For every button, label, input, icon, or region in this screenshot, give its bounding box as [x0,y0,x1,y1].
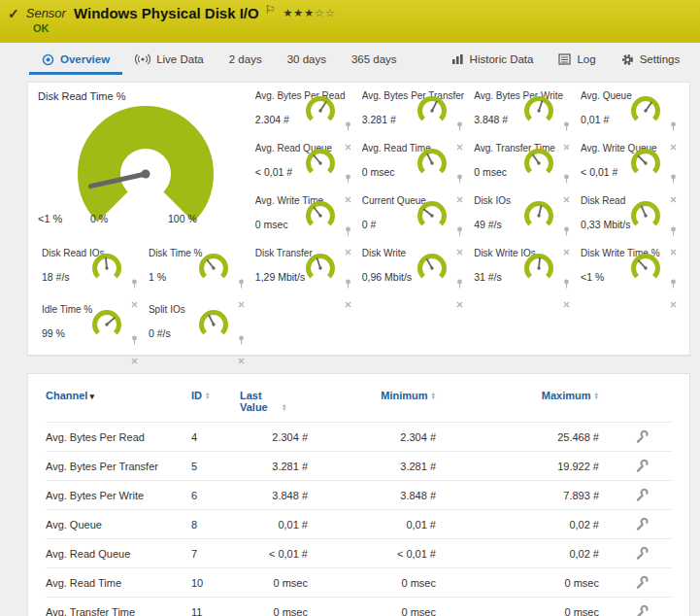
channel-gauge-cell[interactable]: Avg. Transfer Time 0 msec [468,141,575,193]
channel-settings-icon[interactable] [635,429,649,445]
favorite-stars[interactable]: ★★★☆☆ [283,7,335,19]
gauge-pin-icon[interactable] [345,118,351,135]
column-header-id[interactable]: ID▲▼ [191,386,240,423]
gauge-pin-icon[interactable] [670,170,677,188]
gauge-pin-icon[interactable] [345,275,351,292]
channel-settings-icon[interactable] [635,575,649,591]
tab-log[interactable]: Log [546,47,608,75]
gauge-action-icons[interactable] [131,331,138,368]
stars-empty[interactable]: ☆☆ [315,7,336,18]
channel-gauge-value: 31 #/s [474,271,502,283]
channel-last-value-cell: 2.304 # [240,423,308,452]
gauge-pin-icon[interactable] [345,170,351,188]
channel-gauge-dial [416,252,449,285]
gauge-pin-icon[interactable] [238,275,245,292]
gauge-pin-icon[interactable] [670,222,677,240]
tab-30-days[interactable]: 30 days [275,47,339,75]
stars-filled[interactable]: ★★★ [283,7,315,18]
gauge-remove-icon[interactable] [563,294,570,312]
channel-gauge-cell[interactable]: Current Queue 0 # [356,193,468,246]
channel-row[interactable]: Avg. Read Queue7< 0,01 #< 0,01 #0,02 # [46,539,672,568]
gauge-pin-icon[interactable] [456,275,463,292]
channel-gauge-cell[interactable]: Avg. Queue 0,01 # [575,88,682,141]
channel-settings-icon[interactable] [635,459,649,474]
channel-gauge-cell[interactable]: Disk Read IOs 18 #/s [36,246,143,302]
gauge-action-icons[interactable] [563,275,570,312]
gauge-remove-icon[interactable] [345,294,351,312]
channel-row[interactable]: Avg. Bytes Per Read42.304 #2.304 #25.468… [46,423,672,452]
gauge-remove-icon[interactable] [238,351,245,368]
channel-gauge-cell[interactable]: Disk Transfer 1,29 Mbit/s [250,246,356,302]
gauge-pin-icon[interactable] [131,275,138,292]
channel-last-value-cell: 3.281 # [240,452,308,481]
tab-2-days[interactable]: 2 days [217,47,275,75]
channel-gauge-cell[interactable]: Disk Write IOs 31 #/s [468,246,575,302]
gauge-pin-icon[interactable] [456,118,463,135]
tab-365-days[interactable]: 365 days [339,47,410,75]
gauge-action-icons[interactable] [670,275,677,312]
channel-row[interactable]: Avg. Transfer Time110 msec0 msec0 msec [46,598,672,616]
channel-gauge-cell[interactable]: Avg. Read Queue < 0,01 # [250,141,356,193]
tab-label: Settings [640,53,681,65]
channel-gauge-cell[interactable]: Disk IOs 49 #/s [468,193,575,246]
channel-gauge-cell[interactable]: Disk Time % 1 % [143,246,250,302]
column-header-minimum[interactable]: Minimum▲▼ [308,386,436,423]
gauge-pin-icon[interactable] [238,331,245,349]
channel-minimum-cell: 3.281 # [308,452,436,481]
channel-gauge-dial [197,252,230,285]
channel-gauge-cell[interactable]: Disk Write Time % <1 % [575,246,682,302]
channel-gauge-cell[interactable]: Avg. Bytes Per Transfer 3.281 # [356,88,468,141]
channel-gauge-cell[interactable]: Avg. Bytes Per Write 3.848 # [468,88,575,141]
channel-gauge-value: < 0,01 # [581,166,617,178]
gauge-pin-icon[interactable] [563,118,570,135]
tab-live-data[interactable]: Live Data [122,47,217,75]
channel-gauge-cell[interactable]: Idle Time % 99 % [36,302,143,357]
gauge-pin-icon[interactable] [456,222,463,240]
gauge-pin-icon[interactable] [345,222,351,240]
gauge-pin-icon[interactable] [456,170,463,188]
channel-minimum-cell: < 0,01 # [308,539,436,568]
channel-gauge-value: 0 #/s [149,327,171,339]
channel-row[interactable]: Avg. Read Time100 msec0 msec0 msec [46,568,672,598]
channel-settings-icon[interactable] [635,546,649,562]
channel-row[interactable]: Avg. Bytes Per Write63.848 #3.848 #7.893… [46,481,672,510]
tab-historic-data[interactable]: Historic Data [439,47,547,75]
gauge-remove-icon[interactable] [456,294,463,312]
channel-gauge-cell[interactable]: Disk Read 0,33 Mbit/s [575,193,682,246]
tab-bar: Overview Live Data 2 days 30 days 365 da… [0,47,700,75]
gauge-remove-icon[interactable] [131,351,138,368]
channel-gauge-cell[interactable]: Avg. Bytes Per Read 2.304 # [250,88,356,141]
channel-gauge-cell[interactable]: Avg. Write Queue < 0,01 # [575,141,682,193]
channel-row[interactable]: Avg. Bytes Per Transfer53.281 #3.281 #19… [46,452,672,481]
gauge-pin-icon[interactable] [563,275,570,292]
tab-settings[interactable]: Settings [609,47,693,75]
channel-gauge-cell[interactable]: Avg. Read Time 0 msec [356,141,468,193]
gauge-action-icons[interactable] [345,275,351,312]
gauge-action-icons[interactable] [456,275,463,312]
channel-tools-cell [599,481,672,510]
channel-name-cell: Avg. Transfer Time [46,598,191,616]
gauge-pin-icon[interactable] [670,275,677,292]
gauge-remove-icon[interactable] [670,294,677,312]
channel-settings-icon[interactable] [635,517,649,532]
column-header-maximum[interactable]: Maximum▲▼ [436,386,599,423]
channel-gauge-cell[interactable]: Split IOs 0 #/s [143,302,250,357]
tab-overview[interactable]: Overview [29,47,122,75]
gauge-pin-icon[interactable] [563,222,570,240]
channel-id-cell: 11 [191,598,240,616]
gauge-pin-icon[interactable] [131,331,138,349]
column-header-last-value[interactable]: Last Value▲▼ [240,386,308,423]
channel-gauge-dial [197,308,230,341]
channel-gauge-cell[interactable]: Avg. Write Time 0 msec [250,193,356,246]
column-header-channel[interactable]: Channel▾ [46,386,191,423]
channel-settings-icon[interactable] [635,488,649,503]
priority-flag-icon[interactable]: ⚐ [265,3,276,17]
primary-channel-gauge[interactable]: Disk Read Time % 0 % 100 % <1 % [36,88,250,246]
channel-gauge-cell[interactable]: Disk Write 0,96 Mbit/s [356,246,468,302]
gauge-pin-icon[interactable] [670,118,677,135]
channel-row[interactable]: Avg. Queue80,01 #0,01 #0,02 # [46,510,672,539]
gauge-action-icons[interactable] [238,331,245,368]
channel-settings-icon[interactable] [635,604,649,616]
sort-toggle-icon: ▲▼ [431,392,436,400]
gauge-pin-icon[interactable] [563,170,570,188]
